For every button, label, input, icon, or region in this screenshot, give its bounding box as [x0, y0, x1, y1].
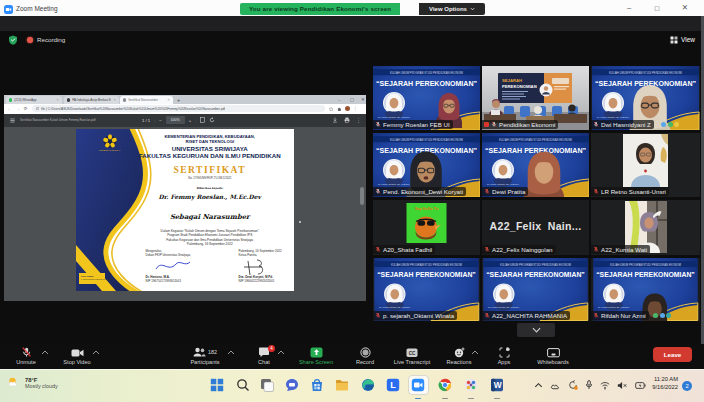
- extensions-puzzle-icon[interactable]: [337, 107, 342, 112]
- video-tile-lr-retno-susanti[interactable]: LR Retno Susanti-Unsri: [591, 133, 700, 197]
- browser-maximize-button[interactable]: ▢: [350, 97, 354, 102]
- muted-mic-icon: [375, 246, 381, 253]
- edge-browser-icon[interactable]: [361, 378, 375, 392]
- participant-name-label: Pend. Ekonomi_Dewi Koryati: [373, 187, 466, 196]
- pdf-menu-icon[interactable]: [10, 118, 15, 123]
- maximize-button[interactable]: ▢: [649, 3, 665, 13]
- wifi-icon[interactable]: [600, 381, 610, 390]
- pdf-print-icon[interactable]: [344, 117, 350, 123]
- reactions-smiley-icon: [454, 347, 465, 358]
- video-tile-rifdah-nur-azmi[interactable]: Rifdah Nur Azmi: [591, 258, 700, 321]
- zoom-taskbar-icon[interactable]: [411, 378, 425, 392]
- volume-muted-icon[interactable]: [617, 381, 628, 390]
- video-tile-felix-nainggolan[interactable]: A22_Felix Nain... A22_Felix Nainggolan: [482, 200, 589, 255]
- video-tile-dewi-koryati-active-speaker[interactable]: Pend. Ekonomi_Dewi Koryati: [373, 133, 480, 197]
- participant-name-label: A22_Kurnia Wati: [591, 245, 650, 254]
- pdf-filename: Sertifikat Narasumber Kuliah Umum Femmy …: [20, 118, 115, 122]
- browser-tab-2[interactable]: PA Indralaya Arsip Berkas Surat (2:1... …: [64, 96, 119, 104]
- pdf-zoom-out-button[interactable]: −: [159, 118, 161, 123]
- notification-count-badge[interactable]: 2: [682, 381, 692, 391]
- browser-close-button[interactable]: ✕: [361, 97, 365, 102]
- pdf-more-icon[interactable]: ⋮: [356, 117, 361, 123]
- paint-palette-icon[interactable]: [464, 378, 478, 392]
- chrome-icon[interactable]: [438, 378, 452, 392]
- browser-minimize-button[interactable]: –: [338, 97, 340, 102]
- video-options-chevron[interactable]: [92, 350, 100, 356]
- video-tile-pendidikan-ekonomi[interactable]: SEJARAH PEREKONOMIAN Pendidikan Ekonomi: [482, 66, 589, 130]
- profile-avatar[interactable]: [345, 106, 350, 111]
- browser-tab-pdf-active[interactable]: Sertifikat Narasumber ×: [120, 96, 173, 104]
- view-options-button[interactable]: View Options: [419, 3, 485, 15]
- weather-description: Mostly cloudy: [25, 383, 58, 389]
- background-badge-icons: [653, 313, 671, 318]
- svg-text:SEJARAH: SEJARAH: [502, 78, 522, 83]
- word-icon[interactable]: W: [490, 378, 504, 392]
- file-explorer-icon[interactable]: [335, 378, 349, 392]
- pdf-viewer-toolbar: Sertifikat Narasumber Kuliah Umum Femmy …: [4, 114, 366, 127]
- certificate-signature-left: Mengetahui, Dekan FKIP Universitas Sriwi…: [146, 249, 191, 284]
- pdf-action-icons: ⋮: [332, 114, 361, 127]
- onedrive-cloud-icon[interactable]: [550, 381, 561, 390]
- pdf-page-indicator: 1 / 1: [142, 118, 150, 123]
- whiteboards-button[interactable]: Whiteboards: [521, 346, 585, 365]
- bookmark-star-icon[interactable]: [329, 107, 334, 112]
- pdf-zoom-in-button[interactable]: +: [189, 118, 191, 123]
- forward-icon[interactable]: →: [16, 106, 21, 111]
- microsoft-store-icon[interactable]: [310, 378, 324, 392]
- pdf-fit-page-icon[interactable]: [200, 117, 205, 123]
- certificate-header-line3: UNIVERSITAS SRIWIJAYA: [128, 145, 293, 152]
- system-tray: [534, 380, 646, 390]
- chrome-running-indicator: [442, 398, 448, 400]
- muted-mic-icon: [21, 347, 32, 358]
- pdf-download-icon[interactable]: [332, 117, 338, 123]
- new-tab-button[interactable]: +: [177, 97, 180, 103]
- muted-mic-icon: [593, 121, 599, 128]
- participant-name-label: Dewi Pratita: [482, 187, 528, 196]
- minimize-button[interactable]: –: [621, 3, 637, 13]
- start-button-icon[interactable]: [210, 378, 224, 392]
- taskbar-clock[interactable]: 11:20 AM 9/16/2022: [652, 375, 678, 391]
- pdf-scrollbar-thumb[interactable]: [360, 187, 364, 205]
- video-tile-oktami-winata[interactable]: p. sejarah_Oktami Winata: [373, 258, 480, 321]
- url-field[interactable]: file | C:/Users/ASUS/Downloads/Sertifika…: [32, 105, 325, 112]
- pdf-zoom-level[interactable]: 100%: [166, 116, 185, 124]
- zoom-meeting-window: Zoom Meeting You are viewing Pendidikan …: [0, 0, 704, 402]
- taskbar-weather-widget[interactable]: 78°F Mostly cloudy: [7, 376, 58, 389]
- line-app-icon[interactable]: L: [386, 378, 400, 392]
- tab-close-icon[interactable]: ×: [56, 99, 59, 102]
- tray-chevron-up-icon[interactable]: [534, 381, 543, 390]
- browser-tab-strip: (213) WhatsApp × PA Indralaya Arsip Berk…: [4, 95, 366, 104]
- video-tile-kurnia-wati[interactable]: A22_Kurnia Wati: [591, 200, 700, 255]
- tab-close-icon[interactable]: ×: [113, 99, 116, 102]
- video-tile-nachita-rahmania[interactable]: A22_NACHITA RAHMANIA: [482, 258, 589, 321]
- zoom-app-icon: [4, 5, 13, 14]
- pdf-rotate-icon[interactable]: [209, 117, 215, 123]
- back-icon[interactable]: ←: [8, 106, 13, 111]
- meeting-top-bar: Recording View: [0, 16, 704, 31]
- browser-menu-icon[interactable]: ⋮: [353, 106, 358, 111]
- svg-text:FKIP UNSRI: FKIP UNSRI: [81, 274, 94, 276]
- video-tile-shata-fadhil[interactable]: Say Hello To A20_Shata Fadhil: [373, 200, 480, 255]
- leave-button[interactable]: Leave: [653, 347, 692, 362]
- tray-mic-icon[interactable]: [585, 380, 593, 390]
- video-tile-dwi-hasmidyani[interactable]: Dwi Hasmidyani Z: [591, 66, 700, 130]
- svg-text:CC: CC: [409, 350, 416, 355]
- tab-close-icon[interactable]: ×: [167, 99, 170, 102]
- more-participants-button[interactable]: [517, 323, 555, 337]
- svg-text:PEREKONOMIAN: PEREKONOMIAN: [502, 84, 537, 89]
- close-button[interactable]: ✕: [677, 3, 693, 13]
- sync-icon[interactable]: [568, 380, 578, 390]
- video-tile-femmy-roeslan[interactable]: Femmy Roeslan FEB UI: [373, 66, 480, 130]
- view-button[interactable]: View: [670, 36, 695, 44]
- task-view-icon[interactable]: [260, 378, 274, 392]
- certificate-title: SERTIFIKAT: [128, 165, 293, 175]
- battery-icon[interactable]: [635, 381, 646, 390]
- certificate-role: Sebagai Narasumber: [128, 213, 293, 221]
- video-tile-dewi-pratita[interactable]: Dewi Pratita: [482, 133, 589, 197]
- participant-name-label: Femmy Roeslan FEB UI: [373, 120, 453, 129]
- teams-chat-icon[interactable]: [285, 378, 299, 392]
- reload-icon[interactable]: ⟳: [24, 106, 28, 111]
- browser-tab-whatsapp[interactable]: (213) WhatsApp ×: [6, 96, 62, 104]
- search-icon[interactable]: [236, 378, 250, 392]
- certificate-body-line3: Fakultas Keguruan dan Ilmu Pendidikan Un…: [128, 238, 293, 242]
